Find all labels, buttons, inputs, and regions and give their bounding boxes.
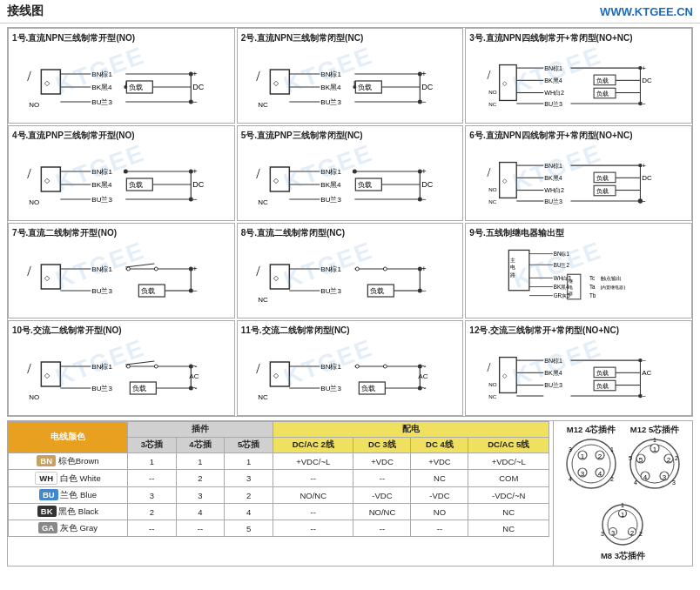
svg-text:/: /	[256, 361, 260, 376]
diagram-3: 3号.直流NPN四线制常开+常闭型(NO+NC) / ◇ NO NC BN棕1 …	[465, 28, 692, 124]
svg-point-229	[189, 386, 193, 391]
svg-text:/: /	[488, 165, 491, 179]
svg-text:−: −	[192, 195, 197, 204]
diagram-5-title: 5号.直流PNP三线制常闭型(NC)	[241, 130, 460, 142]
ga-d2: --	[273, 520, 353, 537]
diagram-11-title: 11号.交流二线制常闭型(NC)	[241, 325, 460, 337]
diagrams-grid: 1号.直流NPN三线制常开型(NO) / ◇ NO BN棕1 + BK黑4 负载…	[7, 27, 693, 417]
bn-d4: +VDC	[411, 453, 468, 470]
svg-text:Tb: Tb	[589, 292, 596, 298]
diagram-7: 7号.直流二线制常开型(NO) / ◇ BN棕1 + BU兰3 负载 −	[8, 223, 235, 318]
svg-point-238	[383, 365, 387, 368]
table-row-bn: BN 棕色Brown 1 1 1 +VDC/~L +VDC +VDC +VDC/…	[9, 453, 549, 470]
svg-text:◇: ◇	[44, 177, 50, 184]
wh-p4: 2	[176, 470, 225, 487]
diagram-7-svg: / ◇ BN棕1 + BU兰3 负载 −	[12, 243, 231, 312]
bu-d3: -VDC	[353, 487, 411, 504]
svg-text:2: 2	[666, 456, 670, 464]
svg-text:1: 1	[610, 446, 614, 453]
svg-text:−: −	[421, 97, 426, 106]
diagram-12: 12号.交流三线制常开+常闭型(NO+NC) / ◇ NO NC BN棕1 ~ …	[465, 320, 692, 416]
svg-point-217	[154, 365, 158, 368]
wh-p5: 3	[225, 470, 273, 487]
svg-text:5: 5	[638, 456, 643, 464]
svg-text:负载: 负载	[129, 181, 143, 189]
diagram-1-title: 1号.直流NPN三线制常开型(NO)	[12, 32, 231, 44]
svg-text:3: 3	[611, 529, 615, 537]
svg-text:◇: ◇	[273, 372, 279, 379]
col-plugin: 插件	[127, 422, 273, 438]
svg-text:负载: 负载	[596, 188, 609, 195]
svg-point-153	[154, 267, 158, 271]
svg-text:◇: ◇	[44, 372, 50, 379]
color-code-bk: BK 黑色 Black	[9, 504, 128, 520]
svg-text:/: /	[27, 69, 31, 84]
svg-text:/: /	[488, 68, 491, 82]
svg-text:/: /	[27, 166, 31, 181]
bk-p3: 2	[127, 504, 176, 520]
diagram-10-svg: / ◇ NO BN棕1 ~ BU兰3 负载 ~ AC	[12, 340, 231, 410]
svg-text:+: +	[421, 70, 426, 78]
svg-text:负载: 负载	[358, 181, 372, 189]
wh-d3: --	[353, 470, 411, 487]
wh-d2: --	[273, 470, 353, 487]
svg-text:◇: ◇	[44, 274, 50, 282]
diagram-6: 6号.直流NPN四线制常开+常闭型(NO+NC) / ◇ NO NC BN棕1 …	[465, 125, 692, 221]
svg-text:BN棕1: BN棕1	[545, 163, 563, 170]
svg-text:主: 主	[510, 257, 515, 263]
svg-point-72	[639, 102, 643, 105]
svg-text:DC: DC	[192, 180, 204, 189]
svg-point-172	[355, 267, 359, 271]
svg-text:◇: ◇	[44, 79, 50, 87]
connectors-row: M12 4芯插件 1 2 3 4 3	[563, 425, 683, 494]
svg-text:1: 1	[621, 502, 624, 508]
svg-text:+: +	[192, 70, 197, 78]
svg-text:Tc: Tc	[589, 275, 595, 281]
svg-text:+: +	[643, 162, 647, 170]
col-5pin: 5芯插	[225, 438, 273, 453]
svg-text:−: −	[421, 286, 426, 295]
svg-text:BK黑4: BK黑4	[320, 181, 341, 189]
svg-text:WH白2: WH白2	[545, 187, 565, 194]
svg-text:BU兰3: BU兰3	[320, 196, 341, 204]
svg-text:NC: NC	[489, 393, 497, 399]
svg-text:1: 1	[580, 453, 584, 460]
svg-text:/: /	[256, 69, 260, 84]
svg-text:+: +	[192, 265, 197, 273]
page-title: 接线图	[7, 3, 44, 19]
bk-d5: NC	[468, 504, 549, 520]
svg-text:BU兰3: BU兰3	[545, 101, 563, 108]
svg-point-276	[639, 394, 643, 398]
svg-text:~: ~	[421, 362, 426, 371]
diagram-3-title: 3号.直流NPN四线制常开+常闭型(NO+NC)	[469, 32, 688, 44]
svg-text:BN棕1: BN棕1	[545, 358, 563, 365]
svg-text:继: 继	[569, 278, 574, 284]
bk-p5: 4	[225, 504, 273, 520]
svg-text:BK黑4: BK黑4	[320, 84, 341, 91]
svg-text:NC: NC	[489, 198, 497, 204]
diagram-10: 10号.交流二线制常开型(NO) / ◇ NO BN棕1 ~ BU兰3 负载	[8, 320, 235, 416]
svg-point-183	[417, 267, 421, 272]
svg-text:BU兰3: BU兰3	[91, 196, 112, 204]
svg-text:/: /	[488, 360, 491, 374]
header: 接线图 WWW.KTGEE.CN	[0, 0, 700, 23]
svg-text:2: 2	[675, 455, 678, 461]
svg-text:NC: NC	[258, 393, 268, 401]
svg-text:BU兰3: BU兰3	[91, 385, 112, 392]
diagram-8-title: 8号.直流二线制常闭型(NC)	[241, 227, 460, 239]
svg-text:负载: 负载	[370, 287, 384, 295]
diagram-1-svg: / ◇ NO BN棕1 + BK黑4 负载 DC BU兰3 −	[12, 48, 231, 117]
svg-text:NO: NO	[489, 89, 497, 95]
diagram-4: 4号.直流PNP三线制常开型(NO) / ◇ NO BN棕1 + BK黑4 负载…	[8, 125, 235, 221]
svg-text:/: /	[27, 264, 31, 278]
bn-p4: 1	[176, 453, 225, 470]
website-url: WWW.KTGEE.CN	[600, 5, 693, 18]
svg-text:BK黑4: BK黑4	[91, 181, 112, 189]
svg-text:4: 4	[634, 479, 637, 486]
table-row-wh: WH 白色 White -- 2 3 -- -- NC COM	[9, 470, 549, 487]
svg-text:1: 1	[621, 511, 624, 519]
svg-text:BK黑4: BK黑4	[545, 175, 562, 182]
col-dc5: DC/AC 5线	[468, 438, 549, 453]
svg-text:DC: DC	[643, 174, 653, 182]
svg-text:3: 3	[601, 531, 604, 537]
